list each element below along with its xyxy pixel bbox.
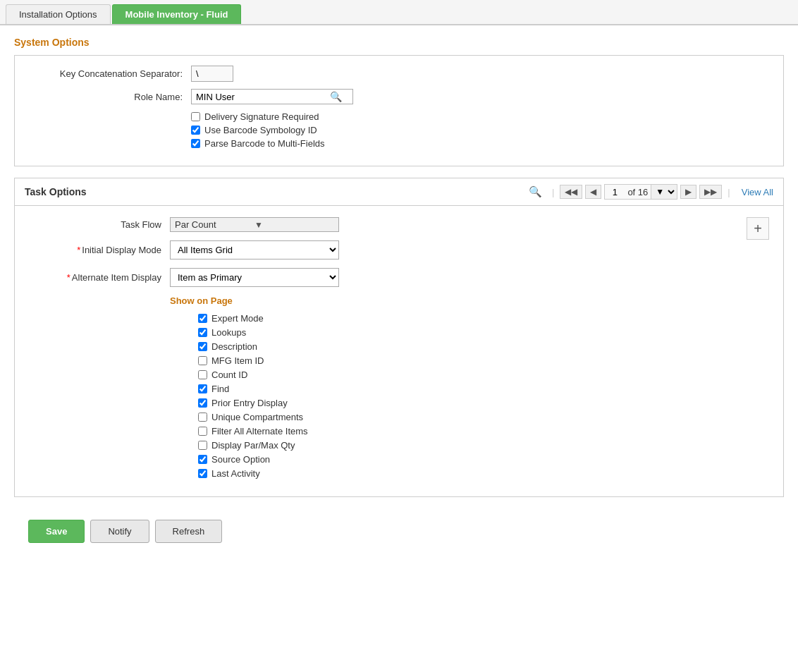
nav-next-button[interactable]: ▶ — [680, 185, 696, 199]
count-id-label: Count ID — [211, 369, 247, 380]
task-options-body: + Task Flow Par Count ▼ Initial Display … — [15, 206, 783, 496]
task-options-header: Task Options 🔍 | ◀◀ ◀ of 16 ▼ ▶ ▶▶ | Vie… — [15, 178, 783, 206]
page-dropdown[interactable]: ▼ — [651, 185, 677, 199]
use-barcode-label: Use Barcode Symbology ID — [204, 125, 317, 135]
sop-unique-compartments-row: Unique Compartments — [198, 412, 769, 422]
delivery-sig-label: Delivery Signature Required — [204, 111, 319, 122]
initial-display-row: Initial Display Mode All Items Grid Sing… — [29, 240, 769, 259]
alternate-item-select[interactable]: Item as Primary Location as Primary — [171, 269, 338, 286]
main-content: System Options Key Concatenation Separat… — [0, 25, 798, 566]
initial-display-select-wrapper: All Items Grid Single Item List View — [170, 240, 339, 259]
show-on-page-checkboxes: Expert Mode Lookups Description MFG Item… — [198, 313, 769, 479]
add-task-button[interactable]: + — [747, 217, 769, 240]
task-flow-label: Task Flow — [29, 219, 170, 230]
initial-display-select[interactable]: All Items Grid Single Item List View — [171, 241, 338, 259]
nav-prev-button[interactable]: ◀ — [585, 185, 601, 199]
role-name-input-wrapper: 🔍 — [191, 89, 353, 104]
mfg-item-id-label: MFG Item ID — [211, 355, 264, 366]
view-all-link[interactable]: View All — [742, 187, 773, 197]
prior-entry-label: Prior Entry Display — [211, 398, 288, 408]
prior-entry-checkbox[interactable] — [198, 398, 207, 408]
sop-display-par-max-row: Display Par/Max Qty — [198, 440, 769, 451]
display-par-max-label: Display Par/Max Qty — [211, 440, 295, 451]
save-button[interactable]: Save — [28, 520, 85, 543]
sop-filter-alternate-row: Filter All Alternate Items — [198, 426, 769, 436]
role-name-label: Role Name: — [29, 92, 191, 102]
task-search-icon[interactable]: 🔍 — [524, 184, 546, 200]
role-name-input[interactable] — [196, 92, 330, 102]
task-flow-select-wrapper: Par Count ▼ — [170, 217, 339, 232]
delivery-sig-checkbox[interactable] — [191, 112, 200, 121]
sop-count-id-row: Count ID — [198, 369, 769, 380]
system-options-box: Key Concatenation Separator: Role Name: … — [14, 55, 784, 166]
task-options-title: Task Options — [25, 186, 524, 197]
sop-source-option-row: Source Option — [198, 454, 769, 465]
alternate-item-label: Alternate Item Display — [29, 272, 170, 283]
system-options-title: System Options — [14, 37, 784, 48]
sop-lookups-row: Lookups — [198, 327, 769, 338]
alternate-item-row: Alternate Item Display Item as Primary L… — [29, 268, 769, 287]
alternate-item-select-wrapper: Item as Primary Location as Primary — [170, 268, 339, 287]
unique-compartments-checkbox[interactable] — [198, 413, 207, 422]
divider-2: | — [728, 187, 730, 197]
task-options-box: Task Options 🔍 | ◀◀ ◀ of 16 ▼ ▶ ▶▶ | Vie… — [14, 178, 784, 497]
refresh-button[interactable]: Refresh — [155, 520, 223, 543]
parse-barcode-row: Parse Barcode to Multi-Fields — [191, 138, 769, 149]
key-concat-input[interactable] — [191, 66, 233, 82]
source-option-checkbox[interactable] — [198, 455, 207, 464]
initial-display-label: Initial Display Mode — [29, 245, 170, 255]
sop-find-row: Find — [198, 384, 769, 394]
mfg-item-id-checkbox[interactable] — [198, 356, 207, 365]
unique-compartments-label: Unique Compartments — [211, 412, 303, 422]
expert-mode-label: Expert Mode — [211, 313, 264, 324]
key-concat-label: Key Concatenation Separator: — [29, 68, 191, 79]
nav-first-button[interactable]: ◀◀ — [560, 185, 582, 199]
notify-button[interactable]: Notify — [90, 520, 149, 543]
source-option-label: Source Option — [211, 454, 270, 465]
sop-description-row: Description — [198, 341, 769, 352]
show-on-page-title: Show on Page — [170, 295, 769, 306]
filter-alternate-checkbox[interactable] — [198, 427, 207, 436]
page-indicator: of 16 ▼ — [604, 184, 677, 200]
task-flow-dropdown-arrow: ▼ — [254, 220, 334, 230]
expert-mode-checkbox[interactable] — [198, 314, 207, 323]
sop-prior-entry-row: Prior Entry Display — [198, 398, 769, 408]
find-label: Find — [211, 384, 229, 394]
tab-bar: Installation Options Mobile Inventory - … — [0, 0, 798, 25]
task-flow-value: Par Count — [175, 219, 254, 230]
tab-mobile-inventory-fluid[interactable]: Mobile Inventory - Fluid — [112, 4, 242, 24]
system-options-checkboxes: Delivery Signature Required Use Barcode … — [191, 111, 769, 149]
parse-barcode-label: Parse Barcode to Multi-Fields — [204, 138, 325, 149]
role-name-row: Role Name: 🔍 — [29, 89, 769, 104]
role-name-search-icon[interactable]: 🔍 — [330, 91, 342, 102]
task-header-controls: 🔍 | ◀◀ ◀ of 16 ▼ ▶ ▶▶ | View All — [524, 184, 773, 200]
description-checkbox[interactable] — [198, 342, 207, 351]
filter-alternate-label: Filter All Alternate Items — [211, 426, 308, 436]
task-flow-row: Task Flow Par Count ▼ — [29, 217, 769, 232]
use-barcode-row: Use Barcode Symbology ID — [191, 125, 769, 135]
page-number-input[interactable] — [605, 185, 625, 199]
nav-last-button[interactable]: ▶▶ — [699, 185, 722, 199]
use-barcode-checkbox[interactable] — [191, 126, 200, 135]
lookups-checkbox[interactable] — [198, 328, 207, 337]
description-label: Description — [211, 341, 257, 352]
delivery-sig-row: Delivery Signature Required — [191, 111, 769, 122]
sop-expert-mode-row: Expert Mode — [198, 313, 769, 324]
divider-1: | — [552, 187, 554, 197]
display-par-max-checkbox[interactable] — [198, 441, 207, 450]
key-concat-row: Key Concatenation Separator: — [29, 66, 769, 82]
sop-last-activity-row: Last Activity — [198, 468, 769, 479]
footer-buttons: Save Notify Refresh — [14, 508, 784, 554]
tab-installation-options[interactable]: Installation Options — [6, 4, 111, 24]
lookups-label: Lookups — [211, 327, 246, 338]
count-id-checkbox[interactable] — [198, 370, 207, 379]
find-checkbox[interactable] — [198, 384, 207, 393]
last-activity-label: Last Activity — [211, 468, 260, 479]
page-of-label: of 16 — [625, 185, 651, 199]
last-activity-checkbox[interactable] — [198, 469, 207, 478]
parse-barcode-checkbox[interactable] — [191, 139, 200, 148]
sop-mfg-item-row: MFG Item ID — [198, 355, 769, 366]
